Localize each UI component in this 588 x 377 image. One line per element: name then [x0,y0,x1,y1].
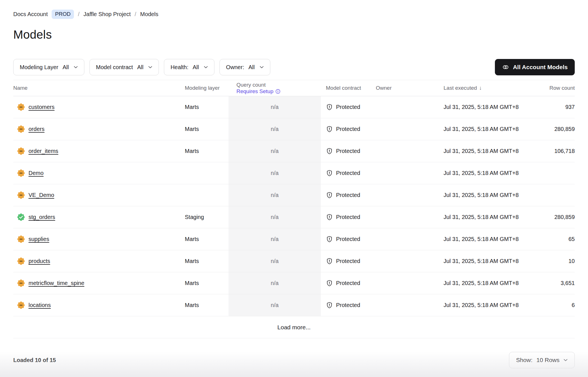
health-warning-icon [17,235,25,243]
row-count-cell: 65 [523,236,575,242]
model-name-link[interactable]: order_items [28,148,58,154]
column-header-model-contract[interactable]: Model contract [321,85,376,91]
model-name-link[interactable]: products [28,258,50,264]
last-executed-cell: Jul 31, 2025, 5:18 AM GMT+8 [424,280,523,286]
filter-label: Health: [170,64,188,71]
table-row: Demo n/a Protected Jul 31, 2025, 5:18 AM… [13,162,575,184]
table-row: order_items Marts n/a Protected Jul 31, … [13,140,575,162]
table-row: customers Marts n/a Protected Jul 31, 20… [13,96,575,118]
model-contract-cell: Protected [321,302,376,309]
model-name-link[interactable]: VE_Demo [28,192,54,198]
all-account-models-button[interactable]: All Account Models [495,59,575,75]
table-row: supplies Marts n/a Protected Jul 31, 202… [13,228,575,250]
filter-value: All [63,64,69,71]
table-row: VE_Demo n/a Protected Jul 31, 2025, 5:18… [13,184,575,206]
model-name-link[interactable]: stg_orders [28,214,55,220]
model-contract-cell: Protected [321,170,376,177]
chevron-down-icon [148,66,152,69]
column-header-name[interactable]: Name [13,85,185,91]
last-executed-cell: Jul 31, 2025, 5:18 AM GMT+8 [424,126,523,132]
last-executed-cell: Jul 31, 2025, 5:18 AM GMT+8 [424,214,523,220]
rows-per-page-select[interactable]: Show: 10 Rows [509,352,575,368]
model-contract-label: Protected [336,126,360,132]
query-count-cell: n/a [229,96,321,118]
filter-owner[interactable]: Owner: All [220,59,270,75]
page-title: Models [13,28,575,41]
name-cell: stg_orders [13,213,185,221]
column-header-last-executed[interactable]: Last executed ↓ [424,85,523,91]
model-contract-label: Protected [336,148,360,154]
name-cell: customers [13,103,185,111]
model-name-link[interactable]: orders [28,126,45,132]
breadcrumb-project[interactable]: Jaffle Shop Project [84,11,131,17]
filter-value: All [248,64,254,71]
modeling-layer-cell: Marts [185,104,229,110]
sort-descending-icon: ↓ [479,85,482,91]
breadcrumb-current: Models [140,11,158,17]
shield-icon [326,214,333,221]
model-contract-label: Protected [336,236,360,242]
table-row: orders Marts n/a Protected Jul 31, 2025,… [13,118,575,140]
row-count-cell: 106,718 [523,148,575,154]
query-count-cell: n/a [229,162,321,184]
models-table: Name Modeling layer Query count Requires… [13,80,575,338]
last-executed-cell: Jul 31, 2025, 5:18 AM GMT+8 [424,170,523,176]
shield-icon [326,104,333,111]
modeling-layer-cell: Staging [185,214,229,220]
shield-icon [326,236,333,243]
requires-setup-link[interactable]: Requires Setup [236,88,321,95]
environment-badge: PROD [52,10,74,19]
model-contract-label: Protected [336,192,360,198]
filter-modeling-layer[interactable]: Modeling Layer All [13,59,84,75]
model-contract-label: Protected [336,280,360,286]
modeling-layer-cell: Marts [185,126,229,132]
model-name-link[interactable]: locations [28,302,51,308]
modeling-layer-cell: Marts [185,236,229,242]
load-more-button[interactable]: Load more... [277,324,311,331]
model-contract-cell: Protected [321,148,376,155]
health-warning-icon [17,301,25,309]
breadcrumb-account[interactable]: Docs Account [13,11,48,17]
chevron-down-icon [204,66,208,69]
model-contract-cell: Protected [321,214,376,221]
health-warning-icon [17,169,25,177]
row-count-cell: 280,859 [523,126,575,132]
last-executed-cell: Jul 31, 2025, 5:18 AM GMT+8 [424,236,523,242]
breadcrumb: Docs Account PROD / Jaffle Shop Project … [13,10,575,19]
shield-icon [326,258,333,265]
shield-icon [326,280,333,287]
model-name-link[interactable]: customers [28,104,54,110]
shield-icon [326,148,333,155]
filter-label: Modeling Layer [20,64,58,71]
shield-icon [326,302,333,309]
info-icon[interactable] [275,89,280,94]
table-row: locations Marts n/a Protected Jul 31, 20… [13,294,575,316]
query-count-cell: n/a [229,250,321,272]
model-contract-cell: Protected [321,104,376,111]
table-body: customers Marts n/a Protected Jul 31, 20… [13,96,575,316]
shield-icon [326,170,333,177]
filter-health[interactable]: Health: All [164,59,214,75]
column-header-query-count: Query count Requires Setup [229,82,321,95]
last-executed-cell: Jul 31, 2025, 5:18 AM GMT+8 [424,192,523,198]
column-header-row-count[interactable]: Row count [523,85,575,91]
model-contract-cell: Protected [321,280,376,287]
query-count-cell: n/a [229,272,321,294]
model-name-link[interactable]: supplies [28,236,49,242]
filter-value: All [193,64,199,71]
model-contract-label: Protected [336,258,360,264]
filter-model-contract[interactable]: Model contract All [89,59,159,75]
model-contract-cell: Protected [321,192,376,199]
name-cell: VE_Demo [13,191,185,199]
model-name-link[interactable]: metricflow_time_spine [28,280,84,286]
column-header-modeling-layer[interactable]: Modeling layer [185,85,229,91]
row-count-cell: 280,859 [523,214,575,220]
filter-value: All [137,64,143,71]
modeling-layer-cell: Marts [185,280,229,286]
model-name-link[interactable]: Demo [28,170,43,176]
health-warning-icon [17,125,25,133]
filter-bar: Modeling Layer All Model contract All He… [13,59,575,75]
model-contract-label: Protected [336,170,360,176]
column-header-owner[interactable]: Owner [376,85,424,91]
shield-icon [326,192,333,199]
